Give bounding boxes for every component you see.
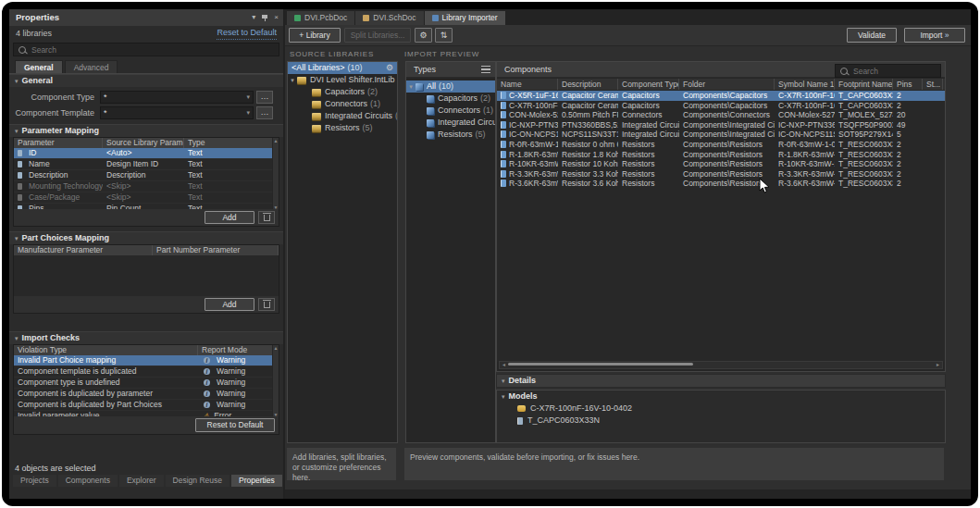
- properties-tab[interactable]: General: [15, 60, 63, 73]
- component-template-select[interactable]: * ▾: [100, 106, 254, 119]
- model-item[interactable]: T_CAPC0603X33N: [497, 415, 945, 427]
- col-type[interactable]: Type: [184, 138, 279, 148]
- parameter-mapping-header[interactable]: ▾Parameter Mapping: [9, 124, 283, 137]
- col-source-library-parameter[interactable]: Source Library Parameter: [103, 138, 184, 148]
- type-item[interactable]: Capacitors (2): [406, 93, 495, 105]
- refresh-swap-button[interactable]: ⇅: [435, 28, 453, 43]
- table-scrollbar[interactable]: ▲▼: [272, 138, 279, 210]
- scroll-left-icon[interactable]: ◄: [502, 362, 506, 367]
- component-row[interactable]: R-10KR-63mW-... Resistor 10 Kohm 6... Re…: [497, 159, 945, 169]
- library-group-item[interactable]: Integrated Circuits (2): [288, 110, 397, 122]
- col-part-number-parameter[interactable]: Part Number Parameter: [153, 245, 279, 255]
- table-scrollbar[interactable]: ▲▼: [272, 345, 279, 417]
- add-library-button[interactable]: + Library: [289, 28, 341, 43]
- type-item[interactable]: Connectors (1): [406, 105, 495, 117]
- add-parameter-button[interactable]: Add: [205, 211, 254, 224]
- library-group-item[interactable]: Connectors (1): [288, 98, 397, 110]
- parameter-row[interactable]: Case/Package <Skip> Text: [14, 192, 279, 204]
- all-libraries-item[interactable]: <All Libraries> (10) ⚙: [288, 62, 397, 74]
- component-type-more-button[interactable]: …: [256, 91, 273, 104]
- import-button[interactable]: Import »: [904, 28, 965, 43]
- panel-bottom-tabs: Projects Components Explorer Design Reus…: [13, 475, 282, 487]
- gear-icon[interactable]: ⚙: [386, 62, 397, 74]
- col-report-mode[interactable]: Report Mode: [198, 345, 279, 355]
- tree-view-icon[interactable]: [481, 66, 490, 73]
- panel-menu-icon[interactable]: ▾: [252, 9, 255, 26]
- components-search-input[interactable]: [851, 66, 940, 77]
- expanded-icon[interactable]: ▾: [288, 74, 297, 86]
- search-input[interactable]: [30, 44, 279, 56]
- close-icon[interactable]: ×: [274, 9, 279, 26]
- violation-row[interactable]: Component is duplicated by Part Choices …: [14, 400, 279, 411]
- library-group-item[interactable]: Capacitors (2): [288, 86, 397, 98]
- components-search[interactable]: [835, 64, 941, 78]
- col-footprint-name[interactable]: Footprint Name 1: [835, 79, 893, 90]
- violation-row[interactable]: Component type is undefined iWarning: [14, 378, 279, 389]
- component-row[interactable]: R-3.6KR-63mW... Resistor 3.6 Kohm... Res…: [497, 179, 945, 189]
- col-symbol-name[interactable]: Symbol Name 1: [775, 79, 835, 90]
- panel-tab[interactable]: Properties: [231, 475, 282, 487]
- panel-tab[interactable]: Projects: [13, 475, 56, 487]
- library-group-item[interactable]: Resistors (5): [288, 122, 397, 134]
- properties-tab[interactable]: Advanced: [65, 60, 118, 73]
- document-tab[interactable]: DVI.SchDoc: [355, 11, 423, 25]
- scroll-right-icon[interactable]: ►: [936, 362, 940, 367]
- validate-button[interactable]: Validate: [847, 28, 897, 43]
- col-violation-type[interactable]: Violation Type: [14, 345, 198, 355]
- panel-tab[interactable]: Components: [58, 475, 118, 487]
- col-pins[interactable]: Pins: [893, 79, 923, 90]
- model-item[interactable]: C-X7R-100nF-16V-10-0402: [497, 403, 945, 415]
- delete-parameter-button[interactable]: [258, 211, 275, 224]
- types-all-item[interactable]: ▾ All (10): [406, 81, 495, 93]
- delete-part-choice-button[interactable]: [258, 298, 275, 311]
- component-row[interactable]: CON-Molex-52... 0.50mm Pitch FFC/F... Co…: [497, 110, 945, 120]
- type-item[interactable]: Integrated Circuits (2): [406, 117, 495, 129]
- part-choices-mapping-header[interactable]: ▾Part Choices Mapping: [9, 231, 283, 244]
- document-tab[interactable]: Library Importer: [425, 11, 505, 25]
- details-header[interactable]: ▾Details: [496, 374, 946, 388]
- component-row[interactable]: C-X5R-1uF-16V... Capacitor Ceramic... Ca…: [497, 91, 945, 101]
- col-status[interactable]: St...: [923, 79, 943, 90]
- reset-to-default-link[interactable]: Reset to Default: [217, 27, 277, 40]
- panel-tab[interactable]: Design Reuse: [166, 475, 229, 487]
- col-component-type[interactable]: Component Type: [618, 79, 679, 90]
- add-part-choice-button[interactable]: Add: [205, 298, 254, 311]
- component-template-more-button[interactable]: …: [256, 106, 273, 119]
- scrollbar-thumb[interactable]: [508, 363, 693, 366]
- type-item[interactable]: Resistors (5): [406, 129, 495, 141]
- properties-search[interactable]: [13, 43, 279, 56]
- component-row[interactable]: C-X7R-100nF-1... Capacitor Ceramic... Ca…: [497, 101, 945, 111]
- panel-tab[interactable]: Explorer: [119, 475, 164, 487]
- component-row[interactable]: R-1.8KR-63mW... Resistor 1.8 Kohm... Res…: [497, 150, 945, 160]
- col-name[interactable]: Name: [497, 79, 558, 90]
- split-libraries-button[interactable]: Split Libraries...: [344, 28, 411, 43]
- import-checks-header[interactable]: ▾Import Checks: [9, 331, 283, 344]
- parameter-row[interactable]: Description Description Text: [14, 170, 279, 181]
- col-manufacturer-parameter[interactable]: Manufacturer Parameter: [14, 245, 153, 255]
- pin-icon[interactable]: [262, 15, 267, 21]
- component-row[interactable]: R-3.3KR-63mW... Resistor 3.3 Kohm... Res…: [497, 169, 945, 180]
- parameter-row[interactable]: Name Design Item ID Text: [14, 159, 279, 170]
- tree-label: DVI Level Shifter.IntLib: [310, 74, 395, 86]
- col-description[interactable]: Description: [558, 79, 618, 90]
- component-row[interactable]: IC-NXP-PTN336... PTN3360BBS,518 Integrat…: [497, 120, 945, 130]
- screenshot-canvas: Properties ▾ × 4 libraries Reset to Defa…: [0, 0, 980, 508]
- col-folder[interactable]: Folder: [679, 79, 775, 90]
- parameter-row[interactable]: ID <Auto> Text: [14, 148, 279, 159]
- general-section-header[interactable]: ▾General: [9, 74, 283, 87]
- component-type-select[interactable]: * ▾: [100, 91, 254, 104]
- models-group-header[interactable]: ▾Models: [497, 390, 945, 403]
- preferences-gear-button[interactable]: ⚙: [415, 28, 432, 43]
- col-parameter[interactable]: Parameter: [14, 138, 103, 148]
- parameter-row[interactable]: Mounting Technology <Skip> Text: [14, 181, 279, 192]
- violation-row[interactable]: Component is duplicated by parameter iWa…: [14, 389, 279, 400]
- expanded-icon[interactable]: ▾: [406, 81, 416, 93]
- component-row[interactable]: R-0R-63mW-1... Resistor 0 ohm 63... Resi…: [497, 140, 945, 150]
- violation-row[interactable]: Invalid Part Choice mapping iWarning: [14, 355, 279, 366]
- library-tree-item[interactable]: ▾ DVI Level Shifter.IntLib (10): [288, 74, 397, 86]
- reset-to-default-button[interactable]: Reset to Default: [195, 418, 275, 432]
- component-row[interactable]: IC-ON-NCPS11... NCPS11SN33T1G L... Integ…: [497, 130, 945, 140]
- violation-row[interactable]: Component template is duplicated iWarnin…: [14, 366, 279, 378]
- document-tab[interactable]: DVI.PcbDoc: [287, 11, 354, 25]
- horizontal-scrollbar[interactable]: ◄ ►: [499, 361, 943, 369]
